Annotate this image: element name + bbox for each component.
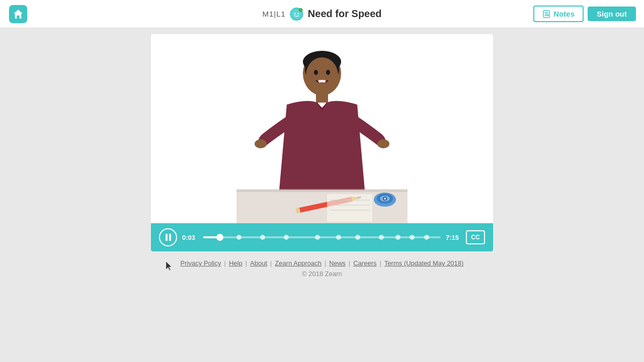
svg-point-14 <box>326 70 330 75</box>
time-total: 7:15 <box>446 234 461 241</box>
header-right: Notes Sign out <box>533 6 636 22</box>
svg-point-19 <box>377 139 389 148</box>
svg-point-12 <box>306 57 338 94</box>
svg-point-18 <box>255 139 267 148</box>
notes-button[interactable]: Notes <box>533 6 584 22</box>
header-left <box>8 4 28 24</box>
chapter-dot[interactable] <box>236 235 242 240</box>
footer-sep-1: | <box>224 259 226 267</box>
footer-link-approach[interactable]: Zearn Approach <box>275 259 321 267</box>
svg-point-13 <box>314 70 318 75</box>
video-area[interactable] <box>151 34 493 223</box>
pause-button[interactable] <box>159 228 177 246</box>
footer-link-news[interactable]: News <box>329 259 346 267</box>
pause-icon <box>166 234 171 241</box>
progress-thumb[interactable] <box>216 234 223 241</box>
chat-icon <box>290 7 304 21</box>
cc-button[interactable]: CC <box>466 230 485 244</box>
chapter-dot[interactable] <box>336 235 341 240</box>
chapter-dot[interactable] <box>284 235 289 240</box>
footer-sep-6: | <box>379 259 381 267</box>
footer-link-help[interactable]: Help <box>229 259 243 267</box>
main-content: 0:03 7:15 CC <box>0 0 644 362</box>
chapter-dot[interactable] <box>395 235 400 240</box>
svg-rect-16 <box>318 80 326 82</box>
signout-button[interactable]: Sign out <box>588 7 636 21</box>
footer-link-privacy[interactable]: Privacy Policy <box>181 259 221 267</box>
header-center: M1|L1 Need for Speed <box>262 7 381 21</box>
chapter-dot[interactable] <box>424 235 429 240</box>
signout-label: Sign out <box>597 10 627 18</box>
svg-point-30 <box>384 198 386 200</box>
progress-track[interactable] <box>203 236 441 238</box>
svg-rect-21 <box>236 189 408 192</box>
time-current: 0:03 <box>182 234 198 241</box>
home-icon[interactable] <box>8 4 28 24</box>
chapter-dot[interactable] <box>315 235 320 240</box>
footer-link-careers[interactable]: Careers <box>353 259 376 267</box>
chapter-dot[interactable] <box>379 235 384 240</box>
notes-label: Notes <box>553 10 575 18</box>
svg-rect-31 <box>327 194 372 222</box>
footer: Privacy Policy | Help | About | Zearn Ap… <box>181 259 464 278</box>
video-frame <box>236 34 408 223</box>
footer-copyright: © 2018 Zearn <box>181 270 464 278</box>
header: M1|L1 Need for Speed Notes <box>0 0 644 28</box>
footer-sep-4: | <box>325 259 326 267</box>
svg-point-4 <box>298 13 299 14</box>
controls-bar: 0:03 7:15 CC <box>151 223 493 251</box>
notes-icon <box>542 10 550 18</box>
svg-rect-17 <box>316 93 328 103</box>
cc-label: CC <box>471 234 479 241</box>
footer-sep-5: | <box>349 259 350 267</box>
video-container: 0:03 7:15 CC <box>151 34 493 251</box>
page-title: Need for Speed <box>308 8 382 20</box>
chapter-dot[interactable] <box>410 235 415 240</box>
footer-link-terms[interactable]: Terms (Updated May 2018) <box>384 259 464 267</box>
svg-point-5 <box>299 8 303 12</box>
footer-links: Privacy Policy | Help | About | Zearn Ap… <box>181 259 464 267</box>
footer-sep-2: | <box>246 259 247 267</box>
chapter-dot[interactable] <box>260 235 265 240</box>
lesson-id: M1|L1 <box>262 10 285 18</box>
svg-point-3 <box>294 13 296 14</box>
chapter-dot[interactable] <box>355 235 360 240</box>
footer-sep-3: | <box>270 259 272 267</box>
footer-link-about[interactable]: About <box>250 259 267 267</box>
